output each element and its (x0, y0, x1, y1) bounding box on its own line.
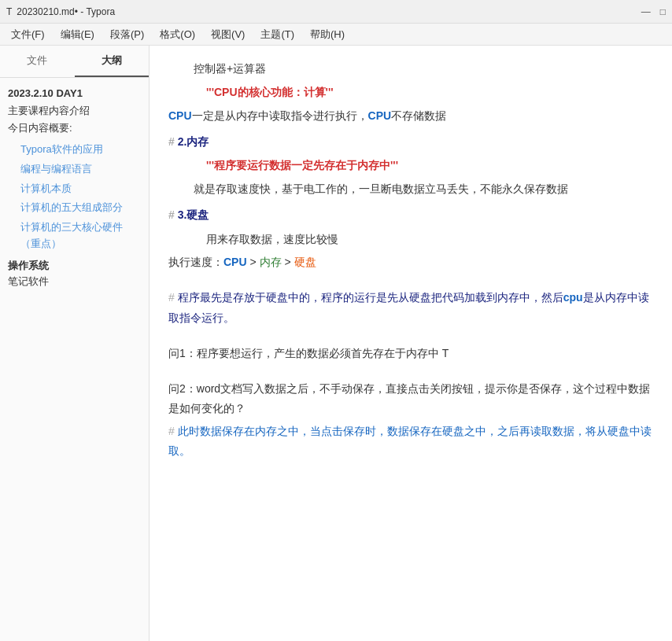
menu-help[interactable]: 帮助(H) (302, 24, 353, 45)
answer-2-text: 此时数据保存在内存之中，当点击保存时，数据保存在硬盘之中，之后再读取数据，将从硬… (168, 425, 652, 457)
cpu-inline-1: cpu (563, 291, 583, 304)
outline-item-os[interactable]: 操作系统 (8, 259, 141, 273)
tab-outline[interactable]: 大纲 (75, 46, 150, 77)
titlebar: T 20230210.md• - Typora — □ (0, 0, 672, 24)
speed-arrow-1: > (247, 256, 260, 268)
speed-disk: 硬盘 (294, 256, 316, 268)
outline-item-five-parts[interactable]: 计算机的五大组成部分 (8, 198, 141, 218)
menu-paragraph[interactable]: 段落(P) (102, 24, 152, 45)
controller-text: 控制器+运算器 (194, 62, 266, 75)
gap-3 (168, 367, 653, 376)
cpu-desc-text-2: 不存储数据 (391, 109, 446, 122)
minimize-button[interactable]: — (641, 6, 651, 17)
line-disk-desc: 用来存取数据，速度比较慢 (168, 229, 653, 250)
mem-quote-text: '''程序要运行数据一定先存在于内存中''' (206, 159, 398, 171)
outline-item-noteapp[interactable]: 笔记软件 (8, 274, 141, 289)
para-program: # 程序最先是存放于硬盘中的，程序的运行是先从硬盘把代码加载到内存中，然后cpu… (168, 288, 653, 327)
mem-heading-text: # 2.内存 (168, 135, 209, 148)
speed-label: 执行速度： (168, 256, 223, 268)
maximize-button[interactable]: □ (660, 6, 666, 17)
speed-cpu: CPU (223, 256, 247, 268)
outline-item-programming[interactable]: 编程与编程语言 (8, 160, 141, 179)
para-program-text: 程序最先是存放于硬盘中的，程序的运行是先从硬盘把代码加载到内存中，然后 (178, 291, 563, 304)
menu-view[interactable]: 视图(V) (203, 24, 253, 45)
speed-mem: 内存 (260, 256, 282, 268)
window-title: 20230210.md• - Typora (17, 6, 115, 17)
line-cpu-core: '''CPU的核心功能：计算''' (168, 83, 653, 102)
outline-item-three-hardware[interactable]: 计算机的三大核心硬件（重点） (8, 218, 141, 254)
q2-text: 问2：word文档写入数据之后，不手动保存，直接点击关闭按钮，提示你是否保存，这… (168, 382, 650, 414)
titlebar-left: T 20230210.md• - Typora (6, 6, 115, 17)
cpu-word-2: CPU (368, 109, 392, 122)
mem-desc-text: 就是存取速度快，基于电工作的，一旦断电数据立马丢失，不能永久保存数据 (194, 182, 568, 195)
app-icon: T (6, 6, 12, 17)
disk-desc-text: 用来存取数据，速度比较慢 (206, 233, 338, 245)
line-mem-quote: '''程序要运行数据一定先存在于内存中''' (168, 156, 653, 175)
line-controller: 控制器+运算器 (168, 58, 653, 79)
sidebar: 文件 大纲 2023.2.10 DAY1 主要课程内容介绍 今日内容概要: Ty… (0, 46, 150, 641)
main-container: 文件 大纲 2023.2.10 DAY1 主要课程内容介绍 今日内容概要: Ty… (0, 46, 672, 641)
speed-arrow-2: > (282, 256, 294, 268)
answer-2: # 此时数据保存在内存之中，当点击保存时，数据保存在硬盘之中，之后再读取数据，将… (168, 422, 653, 461)
editor[interactable]: 控制器+运算器 '''CPU的核心功能：计算''' CPU一定是从内存中读取指令… (150, 46, 672, 641)
gap-2 (168, 331, 653, 341)
menu-format[interactable]: 格式(O) (152, 24, 203, 45)
sidebar-content: 2023.2.10 DAY1 主要课程内容介绍 今日内容概要: Typora软件… (0, 78, 149, 641)
menubar: 文件(F) 编辑(E) 段落(P) 格式(O) 视图(V) 主题(T) 帮助(H… (0, 24, 672, 46)
menu-file[interactable]: 文件(F) (3, 24, 53, 45)
tab-file[interactable]: 文件 (0, 46, 75, 77)
hash-sign-program: # (168, 291, 178, 304)
outline-item-today[interactable]: 今日内容概要: (8, 121, 141, 135)
line-mem-desc: 就是存取速度快，基于电工作的，一旦断电数据立马丢失，不能永久保存数据 (168, 179, 653, 200)
sidebar-tabs: 文件 大纲 (0, 46, 149, 78)
outline-item-computer[interactable]: 计算机本质 (8, 179, 141, 199)
cpu-core-text: '''CPU的核心功能：计算''' (206, 86, 334, 98)
outline-item-date[interactable]: 2023.2.10 DAY1 (8, 87, 141, 99)
gap-1 (168, 275, 653, 285)
line-cpu-desc: CPU一定是从内存中读取指令进行执行，CPU不存储数据 (168, 105, 653, 127)
line-speed: 执行速度：CPU > 内存 > 硬盘 (168, 252, 653, 272)
disk-heading-text: # 3.硬盘 (168, 208, 209, 221)
heading-mem: # 2.内存 (168, 132, 653, 152)
cpu-word-1: CPU (168, 109, 192, 122)
menu-edit[interactable]: 编辑(E) (53, 24, 102, 45)
window-controls[interactable]: — □ (641, 6, 666, 17)
outline-item-typora[interactable]: Typora软件的应用 (8, 140, 141, 160)
cpu-desc-text-1: 一定是从内存中读取指令进行执行， (192, 109, 368, 122)
hash-sign-answer: # (168, 425, 178, 437)
menu-theme[interactable]: 主题(T) (253, 24, 302, 45)
q1-text: 问1：程序要想运行，产生的数据必须首先存在于内存中 T (168, 347, 449, 359)
question-2: 问2：word文档写入数据之后，不手动保存，直接点击关闭按钮，提示你是否保存，这… (168, 379, 653, 418)
heading-disk: # 3.硬盘 (168, 205, 653, 225)
question-1: 问1：程序要想运行，产生的数据必须首先存在于内存中 T (168, 344, 653, 363)
outline-item-courses[interactable]: 主要课程内容介绍 (8, 104, 141, 118)
